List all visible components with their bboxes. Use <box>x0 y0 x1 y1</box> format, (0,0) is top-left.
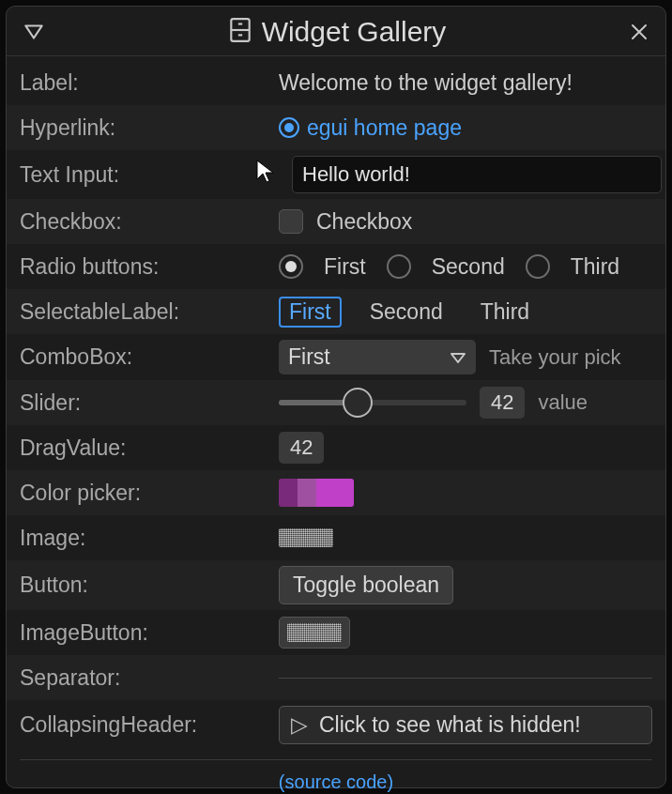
radio-third-label: Third <box>571 254 619 280</box>
collapse-label: Click to see what is hidden! <box>319 712 581 738</box>
color-key: Color picker: <box>20 481 279 506</box>
image-button[interactable] <box>279 617 350 649</box>
chevron-down-icon <box>450 344 466 370</box>
image-key: Image: <box>20 526 279 551</box>
image <box>279 528 333 547</box>
image-button-icon <box>287 623 342 642</box>
window: Widget Gallery Label: Welcome to the wid… <box>6 6 666 788</box>
radio-third[interactable] <box>526 254 550 279</box>
slider-key: Slider: <box>20 390 279 416</box>
separator-key: Separator: <box>20 665 279 691</box>
separator <box>279 678 652 679</box>
selectable-first[interactable]: First <box>279 297 342 328</box>
hyperlink-text: egui home page <box>307 115 462 141</box>
radio-second[interactable] <box>387 254 411 279</box>
combobox-value: First <box>288 344 330 370</box>
drag-value[interactable]: 42 <box>279 432 324 464</box>
footer-separator <box>20 759 652 760</box>
hyperlink[interactable]: egui home page <box>279 115 462 141</box>
window-title: Widget Gallery <box>262 16 447 48</box>
checkbox-key: Checkbox: <box>20 209 279 235</box>
combobox[interactable]: First <box>279 340 476 374</box>
radios-key: Radio buttons: <box>20 254 279 280</box>
color-picker[interactable] <box>279 479 354 507</box>
toggle-button[interactable]: Toggle boolean <box>279 566 453 604</box>
radio-second-label: Second <box>432 254 505 280</box>
collapse-triangle-icon[interactable] <box>22 20 46 44</box>
titlebar: Widget Gallery <box>7 7 665 56</box>
combo-hint: Take your pick <box>489 345 621 370</box>
label-value: Welcome to the widget gallery! <box>279 70 573 96</box>
drag-key: DragValue: <box>20 435 279 461</box>
combo-key: ComboBox: <box>20 344 279 370</box>
collapsing-header[interactable]: ▷ Click to see what is hidden! <box>279 706 652 744</box>
radio-first[interactable] <box>279 254 303 279</box>
hyperlink-key: Hyperlink: <box>20 115 279 141</box>
checkbox[interactable] <box>279 209 303 234</box>
imagebutton-key: ImageButton: <box>20 620 279 646</box>
collapse-key: CollapsingHeader: <box>20 712 279 738</box>
button-key: Button: <box>20 573 279 598</box>
selectable-key: SelectableLabel: <box>20 299 279 325</box>
label-key: Label: <box>20 70 279 96</box>
checkbox-label: Checkbox <box>316 209 412 235</box>
source-code-link[interactable]: (source code) <box>279 771 393 792</box>
body: Label: Welcome to the widget gallery! Hy… <box>7 56 665 794</box>
slider-thumb[interactable] <box>343 388 373 418</box>
radio-first-label: First <box>324 254 366 280</box>
selectable-third[interactable]: Third <box>471 298 539 327</box>
triangle-right-icon: ▷ <box>291 712 308 738</box>
slider-suffix: value <box>538 390 588 415</box>
text-input[interactable] <box>292 156 662 193</box>
selectable-second[interactable]: Second <box>360 298 452 327</box>
github-icon <box>279 117 299 138</box>
slider[interactable] <box>279 400 466 405</box>
slider-value[interactable]: 42 <box>480 387 525 419</box>
close-icon[interactable] <box>628 21 650 43</box>
textinput-key: Text Input: <box>20 162 279 188</box>
archive-icon <box>228 17 252 47</box>
